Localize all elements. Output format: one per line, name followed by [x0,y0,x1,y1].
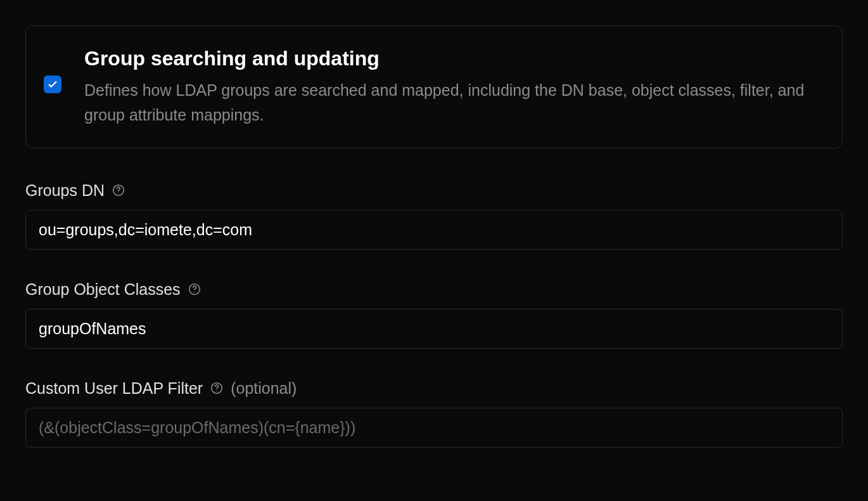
help-icon[interactable] [209,381,224,396]
groups-dn-label: Groups DN [25,181,105,200]
custom-filter-label: Custom User LDAP Filter [25,379,203,398]
custom-filter-field: Custom User LDAP Filter (optional) [25,379,843,448]
svg-point-5 [216,391,217,391]
group-object-classes-field: Group Object Classes [25,280,843,349]
groups-dn-input[interactable] [25,210,843,250]
groups-dn-field: Groups DN [25,181,843,250]
group-object-classes-input[interactable] [25,309,843,349]
field-label-row: Custom User LDAP Filter (optional) [25,379,843,398]
section-description: Defines how LDAP groups are searched and… [84,78,824,127]
checkbox-wrapper [44,46,61,93]
svg-point-3 [194,292,195,292]
field-label-row: Groups DN [25,181,843,200]
section-text-container: Group searching and updating Defines how… [84,46,824,127]
optional-label: (optional) [231,379,297,398]
section-title: Group searching and updating [84,46,824,70]
group-object-classes-label: Group Object Classes [25,280,181,299]
help-icon[interactable] [111,183,126,198]
check-icon [47,79,58,90]
group-searching-checkbox[interactable] [44,75,61,93]
help-icon[interactable] [187,282,202,297]
group-searching-section: Group searching and updating Defines how… [25,25,843,148]
field-label-row: Group Object Classes [25,280,843,299]
custom-filter-input[interactable] [25,408,843,448]
svg-point-1 [118,193,118,193]
